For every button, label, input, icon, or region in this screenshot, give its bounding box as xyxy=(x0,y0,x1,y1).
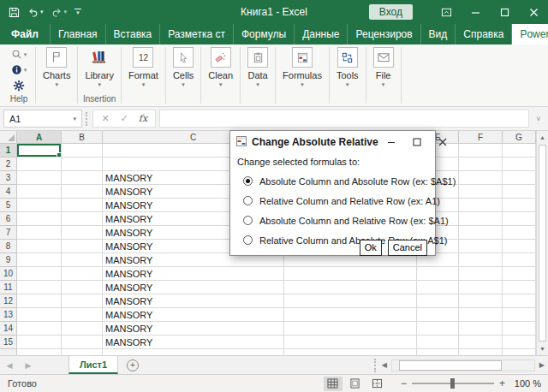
cell-F4[interactable] xyxy=(459,185,503,199)
cell-A2[interactable] xyxy=(17,157,62,171)
close-button[interactable] xyxy=(519,0,548,24)
cell-G2[interactable] xyxy=(503,157,536,171)
cell-G3[interactable] xyxy=(503,171,536,185)
customize-qat-icon[interactable]: ▾ xyxy=(74,9,81,16)
cell-D12[interactable] xyxy=(284,294,417,308)
format-button[interactable]: 12Format▾ xyxy=(122,47,164,88)
cell-A14[interactable] xyxy=(17,322,62,336)
tab-справка[interactable]: Справка xyxy=(456,24,512,45)
row-header-7[interactable]: 7 xyxy=(0,226,17,240)
column-header-B[interactable]: B xyxy=(62,131,103,144)
cell-A16[interactable] xyxy=(17,349,62,355)
cell-E10[interactable] xyxy=(417,267,459,281)
hscroll-right-icon[interactable]: ▶ xyxy=(538,361,546,369)
cell-G14[interactable] xyxy=(503,322,536,336)
cell-F10[interactable] xyxy=(459,267,503,281)
row-header-14[interactable]: 14 xyxy=(0,322,17,336)
ribbon-display-options-icon[interactable] xyxy=(432,0,461,24)
row-header-11[interactable]: 11 xyxy=(0,281,17,294)
cell-F14[interactable] xyxy=(459,322,503,336)
cell-A9[interactable] xyxy=(17,253,62,267)
row-header-16[interactable] xyxy=(0,349,17,355)
dialog-title-bar[interactable]: Change Absolute Relative xyxy=(230,131,435,152)
cell-A7[interactable] xyxy=(17,226,62,240)
radio-unselected-icon[interactable] xyxy=(243,235,253,245)
cell-A5[interactable] xyxy=(17,199,62,212)
zoom-slider[interactable] xyxy=(412,383,494,384)
column-header-A[interactable]: A xyxy=(17,131,62,144)
cancel-button[interactable]: Cancel xyxy=(388,240,427,256)
row-header-6[interactable]: 6 xyxy=(0,212,17,226)
column-header-G[interactable]: G xyxy=(503,131,536,144)
cell-G8[interactable] xyxy=(503,240,536,253)
gear-icon[interactable] xyxy=(13,79,25,92)
cell-F3[interactable] xyxy=(459,171,503,185)
row-header-13[interactable]: 13 xyxy=(0,308,17,322)
add-sheet-button[interactable]: + xyxy=(118,356,147,374)
data-button[interactable]: Data▾ xyxy=(241,47,274,88)
horizontal-scrollbar-thumb[interactable] xyxy=(399,360,502,371)
cell-E12[interactable] xyxy=(417,294,459,308)
cell-F2[interactable] xyxy=(459,157,503,171)
row-header-1[interactable]: 1 xyxy=(0,144,17,157)
tab-формулы[interactable]: Формулы xyxy=(234,24,295,45)
cell-F7[interactable] xyxy=(459,226,503,240)
cell-B14[interactable] xyxy=(62,322,103,336)
radio-option-1[interactable]: Absolute Column and Absolute Row (ex: $A… xyxy=(243,175,428,187)
cell-F13[interactable] xyxy=(459,308,503,322)
cell-B8[interactable] xyxy=(62,240,103,253)
cell-A12[interactable] xyxy=(17,294,62,308)
page-break-view-icon[interactable] xyxy=(368,377,387,391)
sign-in-button[interactable]: Вход xyxy=(369,4,413,20)
cell-G9[interactable] xyxy=(503,253,536,267)
cell-A4[interactable] xyxy=(17,185,62,199)
cell-B16[interactable] xyxy=(62,349,103,355)
row-header-10[interactable]: 10 xyxy=(0,267,17,281)
cell-E11[interactable] xyxy=(417,281,459,294)
cell-G10[interactable] xyxy=(503,267,536,281)
cell-E15[interactable] xyxy=(417,336,459,349)
cell-B5[interactable] xyxy=(62,199,103,212)
cell-C15[interactable]: MANSORY xyxy=(103,336,284,349)
undo-dropdown-icon[interactable]: ▾ xyxy=(40,9,44,15)
cell-D13[interactable] xyxy=(284,308,417,322)
cell-B9[interactable] xyxy=(62,253,103,267)
redo-dropdown-icon[interactable]: ▾ xyxy=(64,9,68,15)
expand-formula-bar-icon[interactable]: ˅ xyxy=(533,115,545,123)
cell-B11[interactable] xyxy=(62,281,103,294)
cell-B1[interactable] xyxy=(62,144,103,157)
row-header-12[interactable]: 12 xyxy=(0,294,17,308)
row-header-4[interactable]: 4 xyxy=(0,185,17,199)
tab-scroll-splitter[interactable] xyxy=(374,359,378,372)
tab-файл[interactable]: Файл xyxy=(0,24,51,45)
cell-B12[interactable] xyxy=(62,294,103,308)
undo-icon[interactable]: ▾ xyxy=(27,8,44,17)
zoom-slider-thumb[interactable] xyxy=(450,378,455,389)
zoom-level[interactable]: 100 % xyxy=(509,378,541,389)
cell-F8[interactable] xyxy=(459,240,503,253)
cell-F15[interactable] xyxy=(459,336,503,349)
row-header-3[interactable]: 3 xyxy=(0,171,17,185)
cell-E14[interactable] xyxy=(417,322,459,336)
hscroll-left-icon[interactable]: ◀ xyxy=(380,361,389,369)
cell-G5[interactable] xyxy=(503,199,536,212)
cell-G7[interactable] xyxy=(503,226,536,240)
charts-button[interactable]: Charts▾ xyxy=(37,47,76,88)
cell-G11[interactable] xyxy=(503,281,536,294)
zoom-in-icon[interactable]: + xyxy=(499,377,505,389)
row-header-8[interactable]: 8 xyxy=(0,240,17,253)
cell-B7[interactable] xyxy=(62,226,103,240)
cell-B13[interactable] xyxy=(62,308,103,322)
tools-button[interactable]: Tools▾ xyxy=(331,47,365,88)
tab-главная[interactable]: Главная xyxy=(51,24,106,45)
cell-A1[interactable] xyxy=(17,144,62,157)
ok-button[interactable]: Ok xyxy=(360,240,382,256)
tab-power-user[interactable]: Power-user xyxy=(512,24,548,45)
save-icon[interactable] xyxy=(9,7,20,18)
cell-E16[interactable] xyxy=(417,349,459,355)
cell-F6[interactable] xyxy=(459,212,503,226)
name-box-dropdown-icon[interactable]: ▾ xyxy=(73,116,76,122)
radio-option-3[interactable]: Absolute Column and Relative Row (ex: $A… xyxy=(243,215,428,226)
radio-selected-icon[interactable] xyxy=(243,176,253,186)
row-header-5[interactable]: 5 xyxy=(0,199,17,212)
